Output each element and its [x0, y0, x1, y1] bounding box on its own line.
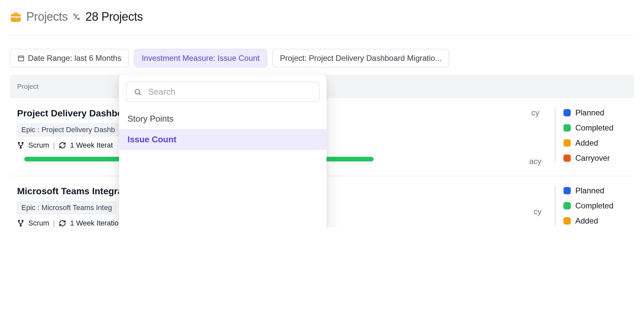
epic-tag[interactable]: Epic : Project Delivery Dashb [17, 123, 119, 136]
iteration-label: 1 Week Iterat [70, 141, 113, 150]
truncated-text: cy [531, 108, 539, 117]
page-header: Projects 28 Projects [10, 10, 634, 35]
legend-item-planned: Planned [564, 186, 627, 195]
truncated-text: cy [534, 207, 541, 216]
legend: Planned Completed Added [555, 186, 627, 225]
project-count: 28 Projects [85, 10, 143, 24]
filter-investment-label: Investment Measure: Issue Count [142, 54, 260, 63]
filter-project-label: Project: Project Delivery Dashboard Migr… [280, 54, 442, 63]
legend-label: Carryover [575, 154, 610, 163]
filter-bar: Date Range: last 6 Months Investment Mea… [10, 35, 634, 75]
search-input[interactable] [148, 87, 312, 97]
legend-item-added: Added [564, 216, 627, 225]
legend-item-completed: Completed [564, 123, 627, 132]
epic-tag[interactable]: Epic : Microsoft Teams Integ [17, 201, 116, 214]
swatch-carryover [564, 154, 571, 162]
legend-item-completed: Completed [564, 201, 627, 210]
briefcase-icon [10, 12, 22, 22]
meta-divider: | [53, 141, 55, 150]
search-box[interactable] [126, 82, 319, 102]
legend-label: Completed [575, 201, 613, 210]
methodology-label: Scrum [28, 141, 49, 150]
legend-label: Planned [575, 186, 604, 195]
svg-point-7 [135, 89, 140, 94]
legend-label: Planned [575, 108, 604, 117]
filter-investment-measure[interactable]: Investment Measure: Issue Count [134, 49, 267, 67]
methodology-label: Scrum [28, 219, 49, 227]
legend-item-added: Added [564, 138, 627, 148]
swatch-planned [564, 187, 571, 194]
legend-label: Added [575, 138, 598, 148]
legend-label: Added [575, 216, 598, 225]
legend: Planned Completed Added Carryover [555, 108, 627, 163]
search-icon [134, 88, 142, 96]
swatch-added [564, 139, 571, 147]
filter-date-range[interactable]: Date Range: last 6 Months [10, 49, 129, 67]
branch-icon [17, 142, 24, 149]
dropdown-option-story-points[interactable]: Story Points [119, 108, 327, 129]
legend-item-planned: Planned [564, 108, 627, 117]
swatch-added [564, 217, 571, 225]
iteration-label: 1 Week Iteration [70, 219, 123, 227]
legend-label: Completed [575, 123, 613, 132]
cycle-icon [59, 142, 66, 149]
meta-divider: | [53, 219, 55, 227]
branch-icon [17, 220, 24, 227]
page-title: Projects [26, 10, 68, 24]
table-header-project: Project [17, 83, 38, 90]
svg-rect-0 [18, 56, 24, 61]
calendar-icon [17, 55, 25, 62]
filter-project[interactable]: Project: Project Delivery Dashboard Migr… [272, 49, 449, 67]
swatch-completed [564, 124, 571, 131]
truncated-text: acy [529, 157, 541, 166]
filter-date-label: Date Range: last 6 Months [28, 54, 121, 63]
flow-icon [72, 12, 81, 21]
cycle-icon [59, 220, 66, 227]
swatch-planned [564, 109, 571, 116]
swatch-completed [564, 202, 571, 209]
investment-measure-dropdown: Story Points Issue Count [119, 75, 327, 227]
dropdown-option-issue-count[interactable]: Issue Count [119, 129, 327, 150]
legend-item-carryover: Carryover [564, 154, 627, 163]
